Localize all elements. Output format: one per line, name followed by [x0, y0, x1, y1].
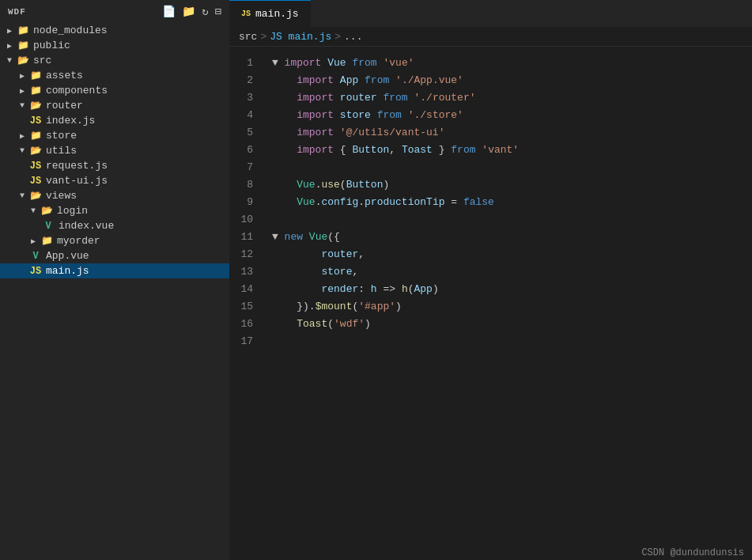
line-num-3: 3: [229, 89, 269, 107]
arrow-icon: ▶: [16, 131, 28, 141]
sidebar-item-store[interactable]: ▶ 📁 store: [0, 128, 229, 143]
code-line-5: 5 import '@/utils/vant-ui': [229, 124, 752, 142]
arrow-icon: ▼: [3, 56, 16, 65]
code-line-6: 6 import { Button, Toast } from 'vant': [229, 142, 752, 159]
sidebar-label: public: [33, 40, 70, 51]
sidebar-label: main.js: [46, 265, 89, 277]
code-line-7: 7: [229, 159, 752, 176]
js-icon: JS: [28, 115, 43, 127]
sidebar-label: store: [46, 130, 77, 142]
js-icon: JS: [28, 266, 43, 277]
sidebar-item-router-index[interactable]: JS index.js: [0, 113, 229, 128]
sidebar-item-vant-ui[interactable]: JS vant-ui.js: [0, 173, 229, 188]
sidebar-label: assets: [46, 70, 83, 81]
line-content-16: Toast('wdf'): [269, 316, 752, 333]
js-icon: JS: [28, 161, 43, 172]
bc-sep2: >: [334, 31, 341, 43]
folder-icon: 📁: [28, 70, 43, 81]
collapse-icon[interactable]: ⊟: [215, 5, 221, 18]
line-content-2: import App from './App.vue': [269, 72, 752, 89]
arrow-icon: ▶: [3, 41, 16, 51]
folder-icon: 📂: [28, 190, 43, 202]
code-line-2: 2 import App from './App.vue': [229, 72, 752, 89]
line-content-6: import { Button, Toast } from 'vant': [269, 142, 752, 159]
new-folder-icon[interactable]: 📁: [182, 5, 195, 18]
code-line-12: 12 router,: [229, 246, 752, 263]
editor-tab-main-js[interactable]: JS main.js: [229, 0, 311, 28]
line-content-7: [269, 159, 752, 176]
line-num-10: 10: [229, 211, 269, 229]
code-line-14: 14 render: h => h(App): [229, 281, 752, 298]
sidebar-item-login[interactable]: ▼ 📂 login: [0, 203, 229, 218]
code-line-17: 17: [229, 333, 752, 350]
sidebar-label: components: [46, 85, 108, 96]
arrow-icon: ▼: [27, 206, 40, 215]
js-icon: JS: [28, 176, 43, 187]
sidebar-item-utils[interactable]: ▼ 📂 utils: [0, 143, 229, 158]
new-file-icon[interactable]: 📄: [162, 5, 176, 18]
code-line-1: 1 ▼ import Vue from 'vue': [229, 55, 752, 72]
sidebar-label: App.vue: [46, 250, 89, 262]
folder-icon: 📁: [16, 40, 30, 51]
sidebar-label: index.js: [46, 115, 95, 127]
sidebar-label: myorder: [57, 235, 100, 247]
sidebar-item-app-vue[interactable]: V App.vue: [0, 248, 229, 263]
sidebar-toolbar: 📄 📁 ↻ ⊟: [162, 5, 221, 18]
sidebar-item-myorder[interactable]: ▶ 📁 myorder: [0, 233, 229, 248]
code-line-4: 4 import store from './store': [229, 107, 752, 124]
vue-icon: V: [41, 221, 55, 232]
line-num-4: 4: [229, 107, 269, 124]
line-content-11: ▼ new Vue({: [269, 229, 752, 246]
sidebar-item-components[interactable]: ▶ 📁 components: [0, 83, 229, 98]
sidebar-label: src: [33, 55, 51, 66]
sidebar-item-public[interactable]: ▶ 📁 public: [0, 38, 229, 53]
bc-js-label: JS main.js: [270, 31, 331, 43]
code-line-8: 8 Vue.use(Button): [229, 176, 752, 194]
refresh-icon[interactable]: ↻: [202, 5, 208, 18]
folder-icon: 📁: [16, 25, 30, 36]
line-content-12: router,: [269, 246, 752, 263]
sidebar-item-views[interactable]: ▼ 📂 views: [0, 188, 229, 203]
code-line-15: 15 }).$mount('#app'): [229, 298, 752, 316]
sidebar-label: node_modules: [33, 25, 108, 36]
line-num-13: 13: [229, 263, 269, 281]
editor-tabs: JS main.js: [229, 0, 752, 28]
sidebar-label: login: [57, 205, 88, 217]
sidebar-item-request[interactable]: JS request.js: [0, 158, 229, 173]
line-content-1: ▼ import Vue from 'vue': [269, 55, 752, 72]
line-num-6: 6: [229, 142, 269, 159]
watermark: CSDN @dundundunsis: [633, 546, 752, 560]
sidebar-item-main-js[interactable]: JS main.js: [0, 263, 229, 278]
line-content-4: import store from './store': [269, 107, 752, 124]
line-content-14: render: h => h(App): [269, 281, 752, 298]
line-num-14: 14: [229, 281, 269, 298]
line-num-7: 7: [229, 159, 269, 176]
arrow-icon: ▼: [16, 146, 28, 155]
sidebar-item-login-index[interactable]: V index.vue: [0, 218, 229, 233]
code-line-13: 13 store,: [229, 263, 752, 281]
folder-icon: 📂: [16, 55, 30, 66]
line-content-8: Vue.use(Button): [269, 176, 752, 194]
bc-src: src: [239, 31, 257, 43]
expand-icon: ▼: [272, 231, 285, 243]
sidebar-item-node_modules[interactable]: ▶ 📁 node_modules: [0, 23, 229, 38]
code-line-9: 9 Vue.config.productionTip = false: [229, 194, 752, 211]
line-num-2: 2: [229, 72, 269, 89]
code-line-10: 10: [229, 211, 752, 229]
folder-icon: 📂: [28, 145, 43, 157]
bc-ellipsis: ...: [344, 31, 362, 43]
code-area[interactable]: 1 ▼ import Vue from 'vue' 2 import App f…: [229, 47, 752, 560]
editor: JS main.js src > JS main.js > ... 1 ▼ im…: [229, 0, 752, 560]
tab-label: main.js: [255, 8, 299, 20]
line-num-8: 8: [229, 176, 269, 194]
sidebar-item-router[interactable]: ▼ 📂 router: [0, 98, 229, 113]
line-num-11: 11: [229, 229, 269, 246]
line-content-3: import router from './router': [269, 89, 752, 107]
sidebar-item-assets[interactable]: ▶ 📁 assets: [0, 68, 229, 83]
folder-icon: 📁: [28, 130, 43, 142]
sidebar-item-src[interactable]: ▼ 📂 src: [0, 53, 229, 68]
line-num-15: 15: [229, 298, 269, 316]
sidebar-label: views: [46, 190, 77, 202]
arrow-icon: ▶: [27, 236, 40, 246]
line-num-17: 17: [229, 333, 269, 350]
